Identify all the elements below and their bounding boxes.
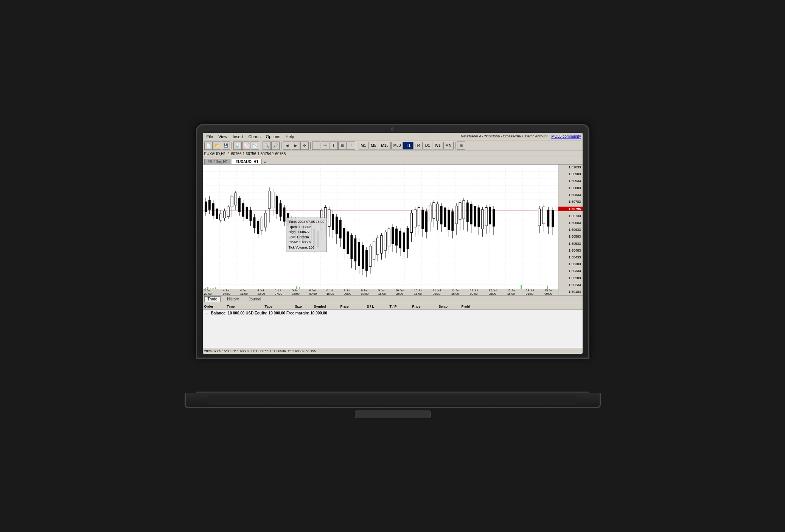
svg-rect-185 bbox=[455, 206, 457, 224]
toolbar-line-btn[interactable]: — bbox=[312, 142, 320, 150]
tooltip-time: Time: 2024.07.05 15:00 bbox=[289, 219, 325, 225]
screen-bezel: File View Insert Charts Options Help Met… bbox=[203, 133, 583, 354]
svg-rect-189 bbox=[462, 201, 465, 219]
time-axis: 3 Jul 23:00 4 Jul 07:00 4 Jul 11:00 4 Ju… bbox=[203, 289, 558, 295]
col-price: Price bbox=[340, 305, 367, 308]
price-12: 1.60483 bbox=[558, 249, 583, 253]
price-6: 1.60783 bbox=[558, 200, 583, 204]
time-label-3: 4 Jul 11:00 bbox=[240, 289, 252, 295]
price-5: 1.60833 bbox=[558, 193, 583, 197]
toolbar-text-btn[interactable]: T bbox=[330, 142, 338, 150]
price-2: 1.60983 bbox=[558, 172, 583, 176]
laptop-keyboard bbox=[208, 395, 577, 405]
svg-rect-149 bbox=[388, 229, 390, 246]
toolbar-sep-5 bbox=[357, 142, 357, 149]
toolbar-zoom-in-btn[interactable]: 🔎 bbox=[271, 142, 280, 150]
chart-tab-expand[interactable]: » bbox=[264, 159, 267, 164]
price-7: 1.60733 bbox=[558, 214, 583, 218]
price-16: 1.60283 bbox=[558, 276, 583, 280]
toolbar-chart-bar-btn[interactable]: 📊 bbox=[233, 142, 242, 150]
svg-rect-171 bbox=[429, 205, 431, 222]
laptop-camera bbox=[391, 128, 394, 131]
price-9: 1.60633 bbox=[558, 228, 583, 232]
price-10: 1.60583 bbox=[558, 235, 583, 239]
toolbar-scroll-right-btn[interactable]: ▶ bbox=[292, 142, 300, 150]
svg-rect-145 bbox=[380, 236, 382, 253]
toolbar-zoom-out-btn[interactable]: 🔍 bbox=[263, 142, 271, 150]
svg-rect-195 bbox=[474, 206, 476, 227]
menu-view[interactable]: View bbox=[216, 134, 230, 139]
svg-rect-61 bbox=[223, 211, 225, 218]
toolbar-save-btn[interactable]: 💾 bbox=[222, 142, 230, 150]
title-bar: MetaTrader 4 - 7C363556 - Exness-Trial9:… bbox=[461, 134, 581, 138]
current-price: 1.60795 bbox=[558, 207, 583, 211]
svg-rect-69 bbox=[238, 198, 240, 212]
svg-rect-161 bbox=[410, 213, 412, 232]
toolbar-draw-btn[interactable]: ✏ bbox=[321, 142, 329, 150]
svg-rect-75 bbox=[249, 210, 252, 221]
price-14: 1.60383 bbox=[558, 262, 583, 266]
tf-h1[interactable]: H1 bbox=[403, 142, 413, 149]
svg-rect-67 bbox=[235, 193, 237, 205]
svg-rect-157 bbox=[403, 232, 405, 252]
toolbar-crosshair-btn[interactable]: ✛ bbox=[300, 142, 309, 150]
svg-rect-163 bbox=[414, 210, 416, 227]
terminal-tab-trade[interactable]: Trade bbox=[204, 296, 221, 302]
toolbar-chart-candle-btn[interactable]: 📉 bbox=[251, 142, 259, 150]
menu-file[interactable]: File bbox=[204, 134, 216, 139]
menu-options[interactable]: Options bbox=[264, 134, 283, 139]
time-label-19: 13 Jul 01:00 bbox=[526, 289, 539, 295]
col-swap: Swap bbox=[439, 305, 462, 308]
menu-charts[interactable]: Charts bbox=[246, 134, 263, 139]
tf-h4[interactable]: H4 bbox=[413, 142, 423, 149]
menu-help[interactable]: Help bbox=[283, 134, 297, 139]
svg-rect-177 bbox=[440, 206, 442, 224]
svg-rect-57 bbox=[216, 208, 218, 219]
toolbar-new-btn[interactable]: 📄 bbox=[204, 142, 213, 150]
mql5-link[interactable]: MQL5.community bbox=[551, 134, 581, 138]
menu-insert[interactable]: Insert bbox=[230, 134, 246, 139]
terminal-tab-history[interactable]: History bbox=[224, 296, 242, 302]
toolbar-chart-line-btn[interactable]: 📈 bbox=[242, 142, 250, 150]
tf-m15[interactable]: M15 bbox=[379, 142, 390, 149]
toolbar-sep-6 bbox=[455, 142, 455, 149]
price-4: 1.60883 bbox=[558, 186, 583, 190]
tf-m30[interactable]: M30 bbox=[391, 142, 403, 149]
toolbar-grid-btn[interactable]: ⊞ bbox=[457, 142, 465, 150]
svg-rect-63 bbox=[227, 207, 229, 217]
chart-info-bar: EUXAUD,H1 1.60756 1.60756 1.60754 1.6075… bbox=[203, 151, 583, 157]
menu-bar: File View Insert Charts Options Help Met… bbox=[203, 133, 583, 140]
app-title: MetaTrader 4 - 7C363556 - Exness-Trial9:… bbox=[461, 134, 547, 138]
toolbar-open-btn[interactable]: 📂 bbox=[213, 142, 221, 150]
toolbar-shapes-btn[interactable]: ⊞ bbox=[338, 142, 347, 150]
toolbar-fibo-btn[interactable]: ⋮ bbox=[347, 142, 355, 150]
terminal-tab-journal[interactable]: Journal bbox=[245, 296, 264, 302]
tf-m1[interactable]: M1 bbox=[359, 142, 368, 149]
price-11: 1.60533 bbox=[558, 242, 583, 246]
trade-terminal: Trade History Journal Order Time Type Si… bbox=[203, 295, 583, 348]
tf-d1[interactable]: D1 bbox=[423, 142, 432, 149]
svg-rect-199 bbox=[481, 210, 483, 229]
chart-tab-fri40m[interactable]: FRI40m, H1 bbox=[204, 159, 232, 164]
chart-tab-euxaud[interactable]: EUXAUD, H1 bbox=[232, 159, 262, 164]
price-13: 1.60433 bbox=[558, 255, 583, 260]
main-area: Time: 2024.07.05 15:00 Open: 1.60662 Hig… bbox=[203, 165, 583, 295]
tf-w1[interactable]: W1 bbox=[433, 142, 443, 149]
tf-m5[interactable]: M5 bbox=[368, 142, 378, 149]
time-label-6: 5 Jul 15:00 bbox=[292, 289, 304, 295]
status-open: O: 1.60662 bbox=[233, 349, 250, 353]
svg-rect-119 bbox=[332, 214, 334, 230]
chart-tooltip: Time: 2024.07.05 15:00 Open: 1.60662 Hig… bbox=[286, 218, 327, 252]
svg-rect-143 bbox=[376, 238, 379, 255]
svg-rect-93 bbox=[283, 207, 285, 221]
svg-rect-153 bbox=[395, 229, 398, 246]
svg-rect-135 bbox=[362, 245, 364, 269]
tooltip-tick-volume: Tick Volume: 106 bbox=[289, 245, 325, 250]
toolbar-scroll-left-btn[interactable]: ◀ bbox=[283, 142, 291, 150]
tf-mn[interactable]: MN bbox=[443, 142, 454, 149]
tooltip-open: Open: 1.60662 bbox=[289, 225, 325, 230]
laptop-trackpad bbox=[355, 411, 431, 418]
chart-container[interactable]: Time: 2024.07.05 15:00 Open: 1.60662 Hig… bbox=[203, 165, 583, 295]
svg-rect-167 bbox=[421, 210, 424, 229]
svg-rect-91 bbox=[279, 203, 281, 216]
